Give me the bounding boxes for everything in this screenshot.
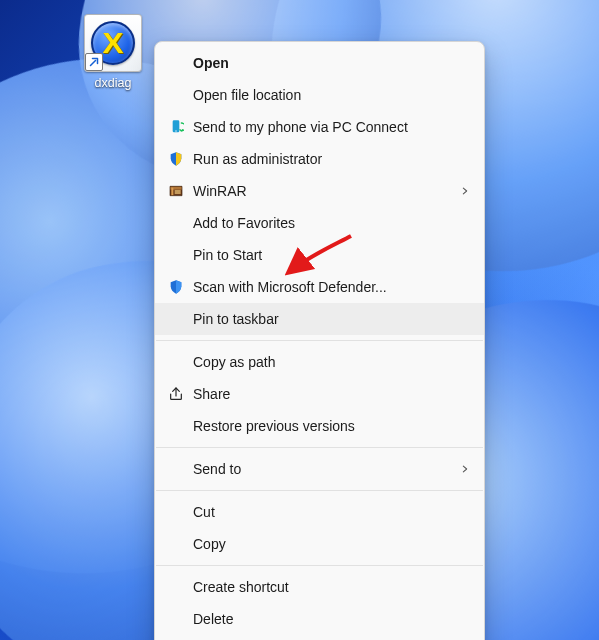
menu-item-label: Create shortcut [193,579,470,595]
menu-item-label: Restore previous versions [193,418,470,434]
desktop[interactable]: X dxdiag OpenOpen file locationSend to m… [0,0,599,640]
menu-item-open[interactable]: Open [155,47,484,79]
shield-admin-icon [165,151,187,167]
menu-item-label: Copy as path [193,354,470,370]
menu-item-label: Scan with Microsoft Defender... [193,279,470,295]
menu-item-label: Pin to Start [193,247,470,263]
chevron-right-icon [460,461,470,477]
menu-separator [156,340,483,341]
chevron-right-icon [460,183,470,199]
menu-item-pc-connect[interactable]: Send to my phone via PC Connect [155,111,484,143]
menu-item-label: Run as administrator [193,151,470,167]
menu-item-shortcut[interactable]: Create shortcut [155,571,484,603]
menu-item-label: WinRAR [193,183,460,199]
menu-item-label: Send to [193,461,460,477]
menu-item-run-admin[interactable]: Run as administrator [155,143,484,175]
shield-defender-icon [165,279,187,295]
menu-item-cut[interactable]: Cut [155,496,484,528]
share-icon [165,386,187,402]
menu-item-label: Share [193,386,470,402]
winrar-icon [165,183,187,199]
menu-item-label: Add to Favorites [193,215,470,231]
menu-item-label: Send to my phone via PC Connect [193,119,470,135]
svg-point-1 [175,130,176,131]
menu-separator [156,447,483,448]
menu-item-label: Delete [193,611,470,627]
menu-item-open-location[interactable]: Open file location [155,79,484,111]
menu-item-label: Open [193,55,470,71]
menu-item-send-to[interactable]: Send to [155,453,484,485]
menu-item-label: Open file location [193,87,470,103]
menu-item-add-fav[interactable]: Add to Favorites [155,207,484,239]
menu-item-rename[interactable]: Rename [155,635,484,640]
menu-item-share[interactable]: Share [155,378,484,410]
menu-item-delete[interactable]: Delete [155,603,484,635]
phone-sync-icon [165,119,187,135]
menu-separator [156,490,483,491]
menu-item-winrar[interactable]: WinRAR [155,175,484,207]
menu-item-copy[interactable]: Copy [155,528,484,560]
context-menu: OpenOpen file locationSend to my phone v… [154,41,485,640]
menu-item-pin-start[interactable]: Pin to Start [155,239,484,271]
menu-separator [156,565,483,566]
shortcut-overlay-icon [85,53,103,71]
menu-item-label: Copy [193,536,470,552]
desktop-icon-label: dxdiag [74,76,152,90]
menu-item-restore[interactable]: Restore previous versions [155,410,484,442]
menu-item-label: Pin to taskbar [193,311,470,327]
menu-item-defender[interactable]: Scan with Microsoft Defender... [155,271,484,303]
dxdiag-icon: X [84,14,142,72]
menu-item-label: Cut [193,504,470,520]
menu-item-copy-path[interactable]: Copy as path [155,346,484,378]
menu-item-pin-taskbar[interactable]: Pin to taskbar [155,303,484,335]
desktop-icon-dxdiag[interactable]: X dxdiag [74,14,152,90]
